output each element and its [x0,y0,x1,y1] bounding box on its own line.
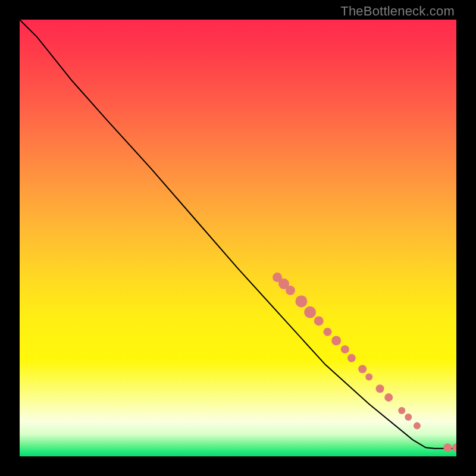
data-point [414,422,421,430]
data-point [384,393,393,402]
data-points [273,273,456,452]
points-layer [20,20,456,456]
data-point [398,407,405,414]
data-point [347,354,356,362]
plot-area [20,20,456,456]
data-point [341,345,349,353]
data-point [295,295,307,307]
data-point [452,443,456,452]
data-point [314,316,324,325]
data-point [323,328,331,336]
data-point [331,336,341,345]
data-point [304,306,316,318]
data-point [286,286,295,295]
data-point [443,443,452,452]
data-point [365,373,372,380]
data-point [358,365,367,373]
data-point [376,384,384,393]
data-point [405,414,412,421]
watermark-label: TheBottleneck.com [340,4,455,19]
chart-stage: TheBottleneck.com [0,0,476,476]
